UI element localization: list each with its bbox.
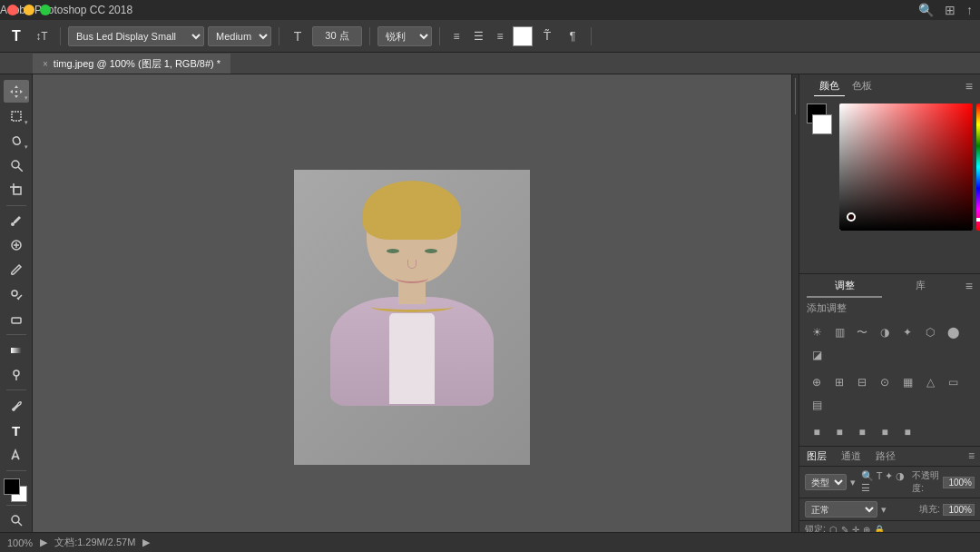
font-family-select[interactable]: Bus Led Display Small (68, 26, 204, 46)
type-tool-icon[interactable]: T (5, 25, 27, 47)
clone-tool[interactable] (4, 283, 29, 306)
zoom-tool[interactable] (4, 509, 29, 532)
align-left-btn[interactable]: ≡ (447, 27, 466, 45)
invert-icon[interactable]: ⊙ (875, 372, 895, 392)
search-icon[interactable]: 🔍 (918, 3, 934, 17)
opacity-input[interactable] (943, 477, 975, 488)
solid-color5-icon[interactable]: ■ (897, 422, 917, 442)
svg-line-2 (18, 167, 23, 172)
fill-input[interactable] (943, 504, 975, 516)
heal-tool[interactable] (4, 234, 29, 257)
color-saturation-value[interactable] (839, 104, 973, 231)
lock-artboard-icon[interactable]: ⊕ (863, 525, 870, 533)
bg-color-swatch[interactable] (812, 114, 832, 134)
solid-color3-icon[interactable]: ■ (852, 422, 872, 442)
tab-close-icon[interactable]: × (43, 59, 48, 69)
eraser-tool[interactable] (4, 308, 29, 330)
layer-type-select[interactable]: 类型 (805, 474, 847, 490)
tab-channels[interactable]: 通道 (834, 447, 868, 466)
type-tool[interactable]: T (4, 419, 29, 442)
gradient-map-icon[interactable]: ▭ (943, 372, 963, 392)
channel-mixer-icon[interactable]: ⊞ (829, 372, 849, 392)
layers-panel-menu[interactable]: ≡ (963, 447, 980, 466)
color-picker-cursor (847, 212, 856, 222)
font-style-select[interactable]: Medium (208, 26, 271, 46)
brush-tool[interactable] (4, 259, 29, 281)
text-color-swatch[interactable] (513, 26, 533, 46)
tab-layers[interactable]: 图层 (799, 447, 834, 466)
marquee-tool[interactable]: ▾ (4, 104, 29, 127)
tab-paths[interactable]: 路径 (868, 447, 903, 466)
solid-color4-icon[interactable]: ■ (875, 422, 895, 442)
lock-transparent-icon[interactable]: ⬡ (829, 525, 838, 533)
hue-strip[interactable] (976, 104, 980, 231)
lasso-tool[interactable]: ▾ (4, 129, 29, 152)
exposure-icon[interactable]: ◑ (875, 322, 895, 342)
align-center-btn[interactable]: ☰ (469, 27, 487, 45)
adjustment-icons-row1: ☀ ▥ 〜 ◑ ✦ ⬡ ⬤ ◪ (799, 319, 980, 369)
lock-position-icon[interactable]: ✛ (852, 525, 859, 533)
svg-point-16 (13, 409, 15, 410)
dodge-tool[interactable] (4, 363, 29, 386)
tab-color[interactable]: 颜色 (814, 76, 845, 96)
tab-adjustments[interactable]: 调整 (807, 275, 882, 298)
adjustments-panel-header[interactable]: 调整 库 ≡ (799, 274, 980, 298)
minimize-button[interactable] (24, 5, 34, 15)
color-panel-menu[interactable]: ≡ (965, 79, 973, 94)
lock-image-icon[interactable]: ✎ (841, 525, 848, 533)
document-tab[interactable]: × timg.jpeg @ 100% (图层 1, RGB/8#) * (33, 54, 230, 74)
lock-all-icon[interactable]: 🔒 (874, 525, 885, 533)
char-para-panel-icon[interactable]: ¶ (562, 25, 583, 47)
maximize-button[interactable] (40, 5, 51, 15)
svg-line-18 (18, 522, 22, 526)
layers-header-tabs: 图层 通道 路径 ≡ (799, 447, 980, 467)
expand-icon[interactable]: ▶ (142, 537, 150, 548)
vibrance-icon[interactable]: ✦ (897, 322, 917, 342)
tools-sep5 (6, 505, 26, 506)
levels-icon[interactable]: ▥ (829, 322, 849, 342)
color-panel-header[interactable]: 颜色 色板 ≡ (799, 74, 980, 98)
crop-tool[interactable] (4, 179, 29, 202)
panel-collapse-handle[interactable] (791, 74, 799, 532)
move-tool[interactable]: ▾ (4, 80, 29, 103)
color-lookup-icon[interactable]: ⊟ (852, 372, 872, 392)
posterize-icon[interactable]: ▦ (897, 372, 917, 392)
tab-title: timg.jpeg @ 100% (图层 1, RGB/8#) * (54, 57, 220, 71)
gradient-tool[interactable] (4, 339, 29, 361)
traffic-lights (7, 5, 51, 15)
opacity-label: 不透明度: (912, 469, 940, 495)
bw-icon[interactable]: ◪ (807, 345, 827, 365)
font-size-input[interactable] (312, 26, 362, 46)
foreground-color-swatch[interactable] (4, 478, 20, 495)
right-panel: 颜色 色板 ≡ (799, 74, 980, 532)
magic-wand-tool[interactable] (4, 153, 29, 176)
warp-text-icon[interactable]: T̃ (536, 25, 558, 47)
pen-tool[interactable] (4, 394, 29, 417)
grid-icon[interactable]: ⊞ (945, 3, 956, 17)
document-canvas[interactable] (294, 170, 530, 465)
threshold-icon[interactable]: △ (920, 372, 940, 392)
color-balance-icon[interactable]: ⬤ (943, 322, 963, 342)
eyedropper-tool[interactable] (4, 210, 29, 232)
path-selection-tool[interactable] (4, 444, 29, 467)
solid-color-icon[interactable]: ■ (807, 422, 827, 442)
share-icon[interactable]: ↑ (966, 3, 973, 17)
solid-color2-icon[interactable]: ■ (829, 422, 849, 442)
tab-library[interactable]: 库 (882, 275, 957, 298)
tabbar: × timg.jpeg @ 100% (图层 1, RGB/8#) * (0, 53, 980, 74)
selective-color-icon[interactable]: ▤ (807, 395, 827, 415)
hue-saturation-icon[interactable]: ⬡ (920, 322, 940, 342)
curves-icon[interactable]: 〜 (852, 322, 872, 342)
brightness-contrast-icon[interactable]: ☀ (807, 322, 827, 342)
text-orient-icon[interactable]: ↕T (31, 25, 53, 47)
tab-swatches[interactable]: 色板 (847, 76, 877, 96)
canvas-area (33, 74, 791, 532)
tools-sep4 (6, 470, 26, 471)
color-swatches[interactable] (4, 478, 29, 501)
blend-mode-select[interactable]: 正常 (805, 501, 877, 518)
anti-alias-select[interactable]: 锐利 (377, 26, 432, 46)
align-right-btn[interactable]: ≡ (491, 27, 509, 45)
adj-panel-menu[interactable]: ≡ (965, 279, 973, 293)
photo-filter-icon[interactable]: ⊕ (807, 372, 827, 392)
close-button[interactable] (7, 5, 18, 15)
